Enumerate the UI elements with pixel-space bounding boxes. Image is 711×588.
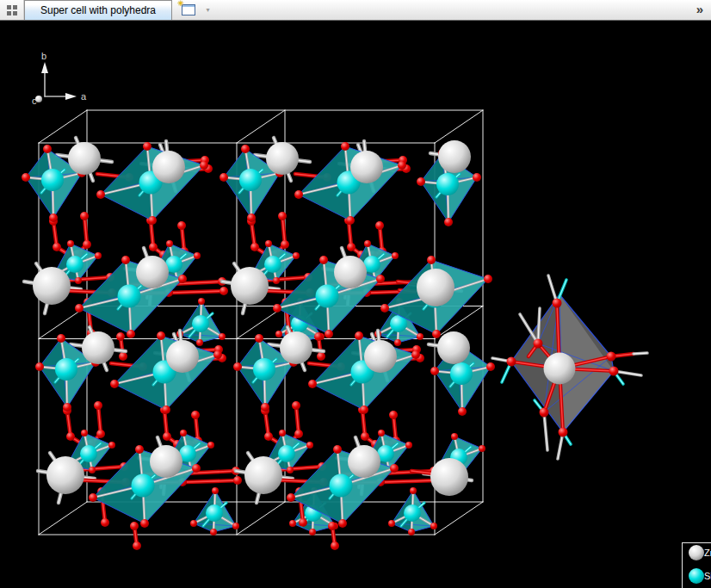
axis-label-c: c (32, 96, 37, 106)
tile-windows-icon (7, 5, 17, 15)
new-view-icon: ✳ (182, 4, 195, 15)
crystal-structure (22, 138, 495, 550)
supercell-tile (219, 138, 426, 361)
axis-label-b: b (41, 51, 46, 61)
axis-label-a: a (81, 91, 87, 102)
supercell-tile (233, 327, 440, 550)
tab-bar: Super cell with polyhedra ✳ ▾ » (0, 0, 711, 21)
new-view-dropdown-button[interactable]: ▾ (201, 0, 215, 20)
legend-label-zr: Zr (704, 548, 711, 558)
toolbar-spacer (215, 0, 689, 20)
chevron-right-icon: » (696, 3, 703, 18)
tab-label: Super cell with polyhedra (40, 4, 156, 16)
tab-super-cell-with-polyhedra[interactable]: Super cell with polyhedra (24, 0, 172, 20)
element-legend: ZrSiO (683, 543, 711, 588)
chevron-down-icon: ▾ (206, 6, 209, 14)
structure-viewport[interactable]: abcZrSiO (0, 21, 711, 588)
toolbar-overflow-button[interactable]: » (689, 0, 711, 20)
tile-windows-button[interactable] (0, 0, 24, 20)
legend-label-si: Si (704, 571, 711, 581)
new-view-button[interactable]: ✳ (176, 0, 201, 20)
sparkle-icon: ✳ (177, 0, 184, 8)
axes-indicator: abc (32, 51, 87, 106)
application-window: { "toolbar": { "tab_label": "Super cell … (0, 0, 711, 588)
isolated-zr-polyhedron (492, 275, 647, 459)
render-canvas: abcZrSiO (0, 21, 711, 588)
